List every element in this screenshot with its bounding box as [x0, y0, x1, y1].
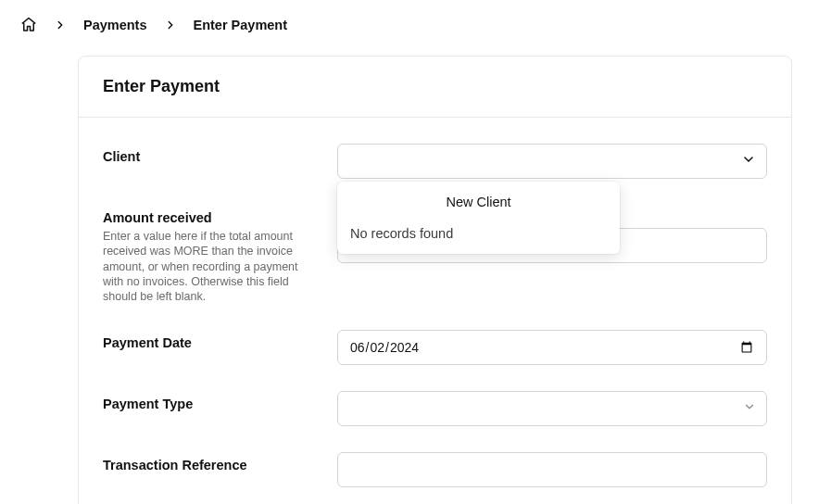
transaction-reference-row: Transaction Reference: [103, 452, 767, 487]
card-header: Enter Payment: [79, 57, 791, 118]
transaction-reference-label: Transaction Reference: [103, 458, 337, 472]
client-row: Client New Client No records found: [103, 144, 767, 179]
no-records-message: No records found: [337, 220, 620, 246]
amount-label: Amount received: [103, 210, 337, 225]
breadcrumb: Payments Enter Payment: [0, 0, 831, 50]
payment-type-label: Payment Type: [103, 397, 337, 411]
card-body: Client New Client No records found: [79, 118, 791, 487]
page-title: Enter Payment: [103, 77, 767, 96]
breadcrumb-payments[interactable]: Payments: [83, 18, 147, 32]
breadcrumb-enter-payment: Enter Payment: [194, 18, 288, 32]
payment-date-row: Payment Date: [103, 330, 767, 365]
payment-type-row: Payment Type: [103, 391, 767, 426]
payment-date-label: Payment Date: [103, 335, 337, 350]
payment-date-input[interactable]: [337, 330, 767, 365]
client-select[interactable]: [337, 144, 767, 179]
chevron-right-icon: [54, 19, 67, 32]
payment-form-card: Enter Payment Client New Client No rec: [78, 56, 792, 504]
transaction-reference-input[interactable]: [337, 452, 767, 487]
chevron-right-icon: [164, 19, 177, 32]
client-dropdown: New Client No records found: [337, 182, 620, 254]
amount-help: Enter a value here if the total amount r…: [103, 229, 307, 304]
new-client-option[interactable]: New Client: [337, 189, 620, 220]
client-label: Client: [103, 149, 337, 164]
payment-type-select[interactable]: [337, 391, 767, 426]
home-icon[interactable]: [20, 17, 37, 33]
